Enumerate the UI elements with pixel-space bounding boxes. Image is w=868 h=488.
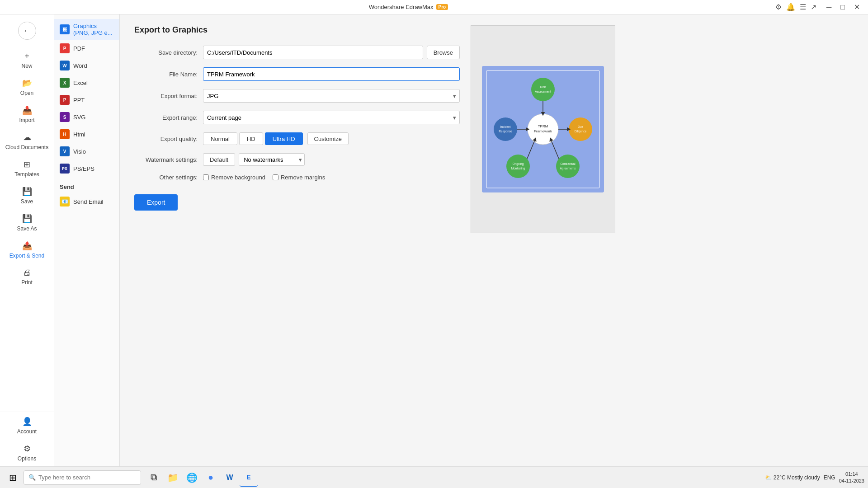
options-icon: ⚙ xyxy=(24,444,31,454)
start-button[interactable]: ⊞ xyxy=(4,469,22,487)
start-icon: ⊞ xyxy=(9,472,17,483)
send-email-label: Send Email xyxy=(73,198,103,205)
svg-point-13 xyxy=(569,117,592,141)
edge-button[interactable]: 🌐 xyxy=(183,469,201,487)
search-icon: 🔍 xyxy=(28,474,36,481)
save-icon: 💾 xyxy=(22,187,32,197)
menu-icon[interactable]: ☰ xyxy=(800,3,806,11)
share-icon[interactable]: ↗ xyxy=(811,3,816,11)
remove-background-checkbox[interactable] xyxy=(203,174,209,180)
search-input[interactable] xyxy=(38,474,129,481)
preview-panel: TPRM Framework Risk Assessment Incident … xyxy=(471,25,615,455)
quality-normal-button[interactable]: Normal xyxy=(203,132,237,145)
diagram-svg: TPRM Framework Risk Assessment Incident … xyxy=(482,66,604,192)
remove-margins-label[interactable]: Remove margins xyxy=(273,174,325,181)
sidebar-item-templates[interactable]: ⊞ Templates xyxy=(0,155,54,182)
app-title: Wondershare EdrawMax xyxy=(369,4,434,10)
chrome-button[interactable]: ● xyxy=(202,469,220,487)
bell-icon[interactable]: 🔔 xyxy=(786,3,795,11)
word-taskbar-button[interactable]: W xyxy=(221,469,239,487)
filetype-html[interactable]: H Html xyxy=(54,126,119,143)
filetype-word[interactable]: W Word xyxy=(54,57,119,74)
sidebar-item-print[interactable]: 🖨 Print xyxy=(0,263,54,290)
titlebar-title: Wondershare EdrawMax Pro xyxy=(369,4,448,10)
weather-text: 22°C Mostly cloudy xyxy=(774,474,820,481)
new-icon: + xyxy=(24,52,29,61)
titlebar-icons: ⚙ 🔔 ☰ ↗ xyxy=(775,3,816,11)
taskbar: ⊞ 🔍 ⧉ 📁 🌐 ● W E ⛅ 22°C Mostly cloudy ENG… xyxy=(0,466,868,488)
remove-background-text: Remove background xyxy=(211,174,265,181)
remove-margins-checkbox[interactable] xyxy=(273,174,278,180)
weather-icon: ⛅ xyxy=(765,474,772,481)
sidebar-item-open-label: Open xyxy=(20,90,33,96)
send-section-label: Send xyxy=(54,177,119,193)
filetype-pseps[interactable]: PS PS/EPS xyxy=(54,160,119,177)
file-name-row: File Name: xyxy=(134,67,460,81)
browse-button[interactable]: Browse xyxy=(427,46,460,59)
print-icon: 🖨 xyxy=(23,268,31,277)
svg-text:Risk: Risk xyxy=(540,85,546,89)
watermark-default-button[interactable]: Default xyxy=(203,153,235,166)
export-button[interactable]: Export xyxy=(134,194,178,211)
svg-point-5 xyxy=(531,78,555,101)
watermark-options: Default No watermarks Custom watermark xyxy=(203,153,305,166)
back-button[interactable]: ← xyxy=(18,22,36,40)
sidebar-item-saveas-label: Save As xyxy=(17,225,37,232)
sidebar-item-account[interactable]: 👤 Account xyxy=(0,412,54,439)
watermark-select-wrap: No watermarks Custom watermark xyxy=(239,153,305,166)
svg-text:Due: Due xyxy=(578,125,583,128)
send-email-icon: 📧 xyxy=(60,197,70,206)
taskview-button[interactable]: ⧉ xyxy=(145,469,163,487)
save-directory-input[interactable] xyxy=(203,46,423,59)
sidebar-item-save[interactable]: 💾 Save xyxy=(0,182,54,209)
close-button[interactable]: ✕ xyxy=(851,3,863,11)
minimize-button[interactable]: ─ xyxy=(824,3,834,11)
export-title: Export to Graphics xyxy=(134,25,460,35)
edraw-taskbar-button[interactable]: E xyxy=(240,469,258,487)
taskbar-search[interactable]: 🔍 xyxy=(24,470,141,485)
sidebar-item-import-label: Import xyxy=(19,117,34,123)
sidebar-item-open[interactable]: 📂 Open xyxy=(0,74,54,101)
language-indicator: ENG xyxy=(824,474,835,481)
other-settings-row: Other settings: Remove background Remove… xyxy=(134,174,460,181)
quality-ultrahd-button[interactable]: Ultra HD xyxy=(265,132,303,145)
sidebar-item-cloud[interactable]: ☁ Cloud Documents xyxy=(0,128,54,155)
sidebar-wide: 🖼 Graphics (PNG, JPG e... P PDF W Word X… xyxy=(54,14,120,466)
filetype-pdf[interactable]: P PDF xyxy=(54,40,119,57)
export-format-control: JPG PNG BMP GIF TIFF xyxy=(203,89,460,103)
send-email-item[interactable]: 📧 Send Email xyxy=(54,193,119,210)
filetype-ppt[interactable]: P PPT xyxy=(54,91,119,108)
export-format-select-wrap: JPG PNG BMP GIF TIFF xyxy=(203,89,460,103)
svg-text:Framework: Framework xyxy=(534,129,552,133)
watermark-select[interactable]: No watermarks Custom watermark xyxy=(239,153,305,166)
filetype-svg[interactable]: S SVG xyxy=(54,108,119,126)
sidebar-item-export[interactable]: 📤 Export & Send xyxy=(0,236,54,263)
maximize-button[interactable]: □ xyxy=(838,3,848,11)
other-settings-control: Remove background Remove margins xyxy=(203,174,460,181)
explorer-button[interactable]: 📁 xyxy=(164,469,182,487)
sidebar-item-options[interactable]: ⚙ Options xyxy=(0,439,54,466)
filetype-visio[interactable]: V Visio xyxy=(54,143,119,160)
sidebar-item-new-label: New xyxy=(21,63,32,69)
export-range-control: Current page All pages Selected objects xyxy=(203,111,460,124)
filetype-excel[interactable]: X Excel xyxy=(54,74,119,91)
settings-icon[interactable]: ⚙ xyxy=(775,3,782,11)
window-controls[interactable]: ─ □ ✕ xyxy=(824,3,863,11)
save-directory-row: Save directory: Browse xyxy=(134,46,460,59)
sidebar-item-saveas[interactable]: 💾 Save As xyxy=(0,209,54,236)
preview-box: TPRM Framework Risk Assessment Incident … xyxy=(471,25,615,233)
sidebar-item-import[interactable]: 📥 Import xyxy=(0,101,54,128)
filetype-graphics[interactable]: 🖼 Graphics (PNG, JPG e... xyxy=(54,19,119,40)
remove-background-label[interactable]: Remove background xyxy=(203,174,265,181)
svg-text:TPRM: TPRM xyxy=(538,124,548,128)
sidebar-item-save-label: Save xyxy=(21,198,33,205)
customize-button[interactable]: Customize xyxy=(307,132,349,145)
quality-hd-button[interactable]: HD xyxy=(239,132,263,145)
file-name-input[interactable] xyxy=(203,67,460,81)
ppt-icon: P xyxy=(60,95,70,105)
export-format-select[interactable]: JPG PNG BMP GIF TIFF xyxy=(203,89,460,103)
sidebar-item-new[interactable]: + New xyxy=(0,47,54,74)
cloud-icon: ☁ xyxy=(23,132,31,142)
export-range-select[interactable]: Current page All pages Selected objects xyxy=(203,111,460,124)
import-icon: 📥 xyxy=(22,105,32,115)
